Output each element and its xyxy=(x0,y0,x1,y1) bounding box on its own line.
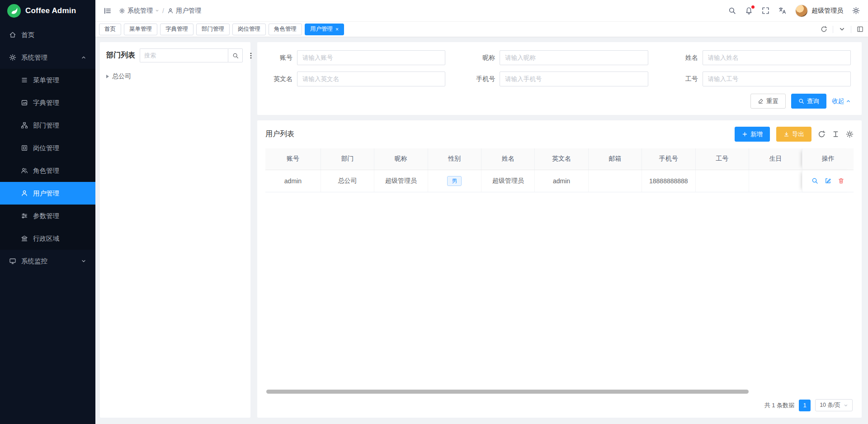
chevron-up-icon xyxy=(81,55,86,60)
tree-expand-icon[interactable] xyxy=(106,75,109,78)
department-search-input[interactable] xyxy=(140,48,228,62)
sidebar-item-label: 部门管理 xyxy=(33,121,59,130)
tab-role-management[interactable]: 角色管理 xyxy=(269,24,302,35)
tab-menu-management[interactable]: 菜单管理 xyxy=(124,24,157,35)
form-item-account: 账号 xyxy=(268,50,445,65)
column-settings-gear-icon[interactable] xyxy=(846,130,854,138)
sidebar-item-post-management[interactable]: 岗位管理 xyxy=(0,137,95,159)
row-height-icon[interactable] xyxy=(832,130,840,138)
list-icon xyxy=(21,76,28,84)
add-user-button[interactable]: 新增 xyxy=(735,127,770,142)
field-label: 账号 xyxy=(268,54,297,62)
translate-icon[interactable] xyxy=(778,7,786,14)
cell-actions xyxy=(802,170,854,192)
sidebar-item-dict-management[interactable]: 字典管理 xyxy=(0,91,95,114)
cell-work-no xyxy=(695,170,749,192)
col-department: 部门 xyxy=(321,148,374,170)
collapse-sidebar-icon[interactable] xyxy=(104,7,112,15)
collapse-form-link[interactable]: 收起 xyxy=(832,97,851,105)
refresh-icon[interactable] xyxy=(818,130,826,138)
pagination-page-1[interactable]: 1 xyxy=(799,400,811,411)
field-label: 昵称 xyxy=(471,54,500,62)
more-options-icon[interactable] xyxy=(247,52,255,59)
work-no-input[interactable] xyxy=(703,71,851,86)
cell-email xyxy=(588,170,642,192)
search-icon xyxy=(798,98,804,104)
search-form-card: 账号 昵称 姓名 英文名 xyxy=(257,42,862,115)
sidebar-item-user-management[interactable]: 用户管理 xyxy=(0,182,95,205)
gear-icon xyxy=(9,54,16,61)
cell-nickname: 超级管理员 xyxy=(374,170,428,192)
horizontal-scrollbar[interactable] xyxy=(266,390,749,394)
content: 部门列表 总公司 xyxy=(95,37,868,424)
department-search-button[interactable] xyxy=(228,48,243,62)
sidebar-item-label: 行政区域 xyxy=(33,234,59,243)
reset-button[interactable]: 重置 xyxy=(750,94,786,109)
nickname-input[interactable] xyxy=(500,50,648,65)
breadcrumb-user-management[interactable]: 用户管理 xyxy=(167,7,201,15)
tab-post-management[interactable]: 岗位管理 xyxy=(232,24,266,35)
col-actions: 操作 xyxy=(802,148,854,170)
edit-icon[interactable] xyxy=(825,177,831,184)
view-detail-icon[interactable] xyxy=(811,177,818,184)
phone-input[interactable] xyxy=(500,71,648,86)
person-icon xyxy=(167,8,174,14)
page-size-select[interactable]: 10 条/页 xyxy=(815,399,853,411)
main-column: 账号 昵称 姓名 英文名 xyxy=(257,42,862,418)
search-icon[interactable] xyxy=(728,7,736,14)
sidebar-menu: 首页 系统管理 菜单管理 字典管理 xyxy=(0,22,95,424)
col-nickname: 昵称 xyxy=(374,148,428,170)
tab-dict-management[interactable]: 字典管理 xyxy=(160,24,193,35)
app-logo[interactable]: Coffee Admin xyxy=(0,0,95,22)
sidebar-item-department-management[interactable]: 部门管理 xyxy=(0,114,95,137)
sidebar-item-menu-management[interactable]: 菜单管理 xyxy=(0,69,95,91)
tab-user-management[interactable]: 用户管理 × xyxy=(305,24,344,35)
search-icon xyxy=(232,52,239,59)
sidebar-item-role-management[interactable]: 角色管理 xyxy=(0,159,95,182)
notification-bell-icon[interactable] xyxy=(745,7,753,14)
query-button[interactable]: 查询 xyxy=(791,94,826,109)
tab-department-management[interactable]: 部门管理 xyxy=(196,24,230,35)
department-tree: 总公司 xyxy=(106,70,244,83)
sidebar-item-system-monitor[interactable]: 系统监控 xyxy=(0,250,95,272)
plus-icon xyxy=(742,131,748,137)
cell-english-name: admin xyxy=(535,170,588,192)
user-menu[interactable]: 超级管理员 xyxy=(795,5,843,17)
divider xyxy=(833,26,833,33)
sidebar-item-label: 岗位管理 xyxy=(33,144,59,152)
home-icon xyxy=(9,31,16,38)
refresh-icon[interactable] xyxy=(821,26,827,33)
sidebar-item-admin-region[interactable]: 行政区域 xyxy=(0,227,95,250)
eraser-icon xyxy=(758,98,764,104)
user-list-card: 用户列表 新增 导出 xyxy=(257,120,862,418)
form-item-work-no: 工号 xyxy=(674,71,851,86)
department-panel-title: 部门列表 xyxy=(106,51,135,60)
tree-node-root[interactable]: 总公司 xyxy=(106,70,244,83)
table-row[interactable]: admin 总公司 超级管理员 男 超级管理员 admin 1888888888… xyxy=(265,170,854,192)
tab-options-chevron-icon[interactable] xyxy=(839,26,845,33)
sidebar-item-system-management[interactable]: 系统管理 xyxy=(0,46,95,69)
col-gender: 性别 xyxy=(428,148,481,170)
english-name-input[interactable] xyxy=(297,71,445,86)
user-list-title: 用户列表 xyxy=(265,129,294,139)
settings-gear-icon[interactable] xyxy=(852,7,860,14)
col-birthday: 生日 xyxy=(749,148,802,170)
topbar: 系统管理 / 用户管理 xyxy=(95,0,868,21)
name-input[interactable] xyxy=(703,50,851,65)
tab-close-icon[interactable]: × xyxy=(335,27,339,32)
delete-icon[interactable] xyxy=(838,177,844,184)
breadcrumb-system-management[interactable]: 系统管理 xyxy=(119,7,159,15)
col-account: 账号 xyxy=(265,148,321,170)
breadcrumb-separator: / xyxy=(162,7,164,14)
sidebar-item-home[interactable]: 首页 xyxy=(0,24,95,46)
main-area: 系统管理 / 用户管理 xyxy=(95,0,868,424)
account-input[interactable] xyxy=(297,50,445,65)
cell-gender: 男 xyxy=(428,170,481,192)
layout-panel-icon[interactable] xyxy=(857,26,863,33)
org-tree-icon xyxy=(21,122,28,129)
username: 超级管理员 xyxy=(811,7,843,15)
export-button[interactable]: 导出 xyxy=(776,127,811,142)
sidebar-item-param-management[interactable]: 参数管理 xyxy=(0,205,95,227)
tab-home[interactable]: 首页 xyxy=(99,24,121,35)
fullscreen-icon[interactable] xyxy=(762,7,769,14)
